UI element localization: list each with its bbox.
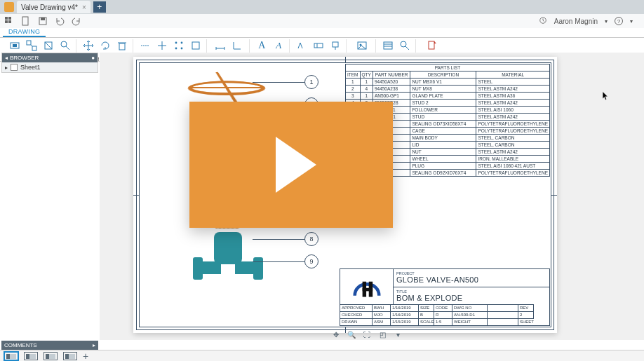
output-pdf-icon[interactable]: [426, 39, 438, 52]
redo-icon[interactable]: [72, 16, 81, 26]
table-row[interactable]: 2494450A238NUT MX8STEEL ASTM A242: [346, 86, 550, 93]
table-cell: GLAND PLATE: [410, 93, 476, 100]
balloon-1[interactable]: 1: [304, 75, 318, 89]
svg-line-12: [31, 45, 32, 46]
text-icon[interactable]: A: [255, 39, 268, 52]
edge-icon[interactable]: [189, 39, 202, 52]
quick-access-bar: Aaron Magnin ▾ ? ▾: [0, 14, 644, 28]
titleblock-cell: 1/15/2019: [391, 318, 419, 325]
title-block[interactable]: PROJECT GLOBE VALVE-AN500 TITLE BOM & EX…: [340, 268, 550, 326]
centerline-icon[interactable]: [139, 39, 152, 52]
svg-point-14: [61, 41, 67, 47]
table-cell: NUT MX8: [410, 86, 476, 93]
balloon-9[interactable]: 9: [304, 254, 318, 268]
comments-panel-header[interactable]: COMMENTS ▸: [1, 341, 98, 350]
projected-view-icon[interactable]: [25, 39, 38, 52]
window-tab-bar: Valve Drawing v4* × +: [0, 0, 644, 14]
table-cell: 94450A520: [373, 79, 410, 86]
table-cell: STEEL ASTM A242: [476, 100, 550, 107]
pan-icon[interactable]: ✥: [331, 331, 341, 339]
company-logo: [340, 269, 394, 304]
center-pattern-icon[interactable]: [173, 39, 185, 52]
sheet-thumb-2[interactable]: [24, 352, 38, 360]
table-cell: 1: [346, 79, 361, 86]
table-cell: STEEL, CARBON: [476, 135, 550, 142]
close-icon[interactable]: ×: [82, 4, 86, 11]
nav-settings-chevron-icon[interactable]: ▾: [393, 331, 403, 339]
base-view-icon[interactable]: [8, 39, 21, 52]
table-cell: WHEEL: [410, 156, 476, 163]
document-tab[interactable]: Valve Drawing v4* ×: [17, 1, 90, 13]
table-row[interactable]: 31AN500-GP1GLAND PLATESTEEL ASTM A36: [346, 93, 550, 100]
balloon-icon[interactable]: [398, 39, 411, 52]
tick-right: [551, 195, 557, 196]
svg-rect-45: [362, 288, 373, 292]
table-cell: IRON, MALLEABLE: [476, 156, 550, 163]
sheet-thumb-4[interactable]: [63, 352, 77, 360]
detail-view-icon[interactable]: [59, 39, 72, 52]
section-view-icon[interactable]: [42, 39, 55, 52]
expand-icon[interactable]: ▸: [5, 64, 8, 71]
balloon-8[interactable]: 8: [304, 232, 318, 246]
svg-point-23: [175, 48, 177, 50]
project-value: GLOBE VALVE-AN500: [396, 275, 546, 284]
sheet-thumb-3[interactable]: [43, 352, 58, 360]
titleblock-cell: [488, 304, 518, 311]
help-icon[interactable]: ?: [615, 17, 623, 25]
user-menu-chevron-icon[interactable]: ▾: [605, 18, 608, 25]
table-row[interactable]: 1194450A520NUT MBX6 V1STEEL: [346, 79, 550, 86]
svg-rect-6: [41, 18, 45, 20]
extensions-icon[interactable]: [539, 16, 547, 26]
table-cell: POLYTETRAFLUOROETHYLENE: [476, 128, 550, 135]
titleblock-cell: BWH: [373, 304, 391, 311]
feature-control-icon[interactable]: [312, 39, 325, 52]
browser-collapse-icon[interactable]: ◂: [5, 55, 8, 61]
svg-point-21: [175, 42, 177, 44]
table-cell: FOLLOWER: [410, 107, 476, 114]
surface-texture-icon[interactable]: [295, 39, 308, 52]
move-icon[interactable]: [82, 39, 95, 52]
document-tab-title: Valve Drawing v4*: [21, 4, 78, 11]
table-cell: 1: [360, 93, 373, 100]
comments-expand-icon[interactable]: ▸: [93, 342, 95, 348]
insert-image-icon[interactable]: [356, 39, 368, 52]
tab-drawing[interactable]: DRAWING: [3, 28, 46, 37]
parts-list-icon[interactable]: [382, 39, 394, 52]
ordinate-icon[interactable]: [231, 39, 243, 52]
svg-point-40: [401, 41, 406, 47]
browser-pin-icon[interactable]: ●: [91, 55, 95, 61]
fit-icon[interactable]: ⛶: [362, 331, 372, 339]
table-cell: STEEL AISI 1060: [476, 107, 550, 114]
help-menu-chevron-icon[interactable]: ▾: [630, 18, 633, 25]
titleblock-cell: WEIGHT: [452, 318, 488, 325]
table-cell: AN500-GP1: [373, 93, 410, 100]
browser-item-sheet1[interactable]: ▸ Sheet1: [2, 62, 98, 72]
data-panel-icon[interactable]: [4, 16, 14, 26]
titleblock-cell: [488, 311, 518, 318]
file-menu-icon[interactable]: [21, 16, 31, 26]
delete-icon[interactable]: [116, 39, 128, 52]
center-mark-icon[interactable]: [156, 39, 168, 52]
user-name[interactable]: Aaron Magnin: [554, 18, 598, 25]
zoom-icon[interactable]: 🔍: [347, 331, 356, 339]
sheet-thumb-1[interactable]: [4, 352, 18, 360]
titleblock-cell: SIZE: [419, 304, 434, 311]
undo-icon[interactable]: [55, 16, 65, 26]
add-sheet-button[interactable]: +: [83, 350, 88, 362]
svg-rect-31: [314, 43, 323, 48]
rotate-icon[interactable]: [99, 39, 112, 52]
titleblock-cell: B: [419, 311, 434, 318]
svg-rect-16: [119, 43, 125, 50]
titleblock-cell: REV: [518, 304, 534, 311]
nav-tools: ✥ 🔍 ⛶ ◰ ▾: [331, 331, 403, 339]
titleblock-cell: R: [434, 311, 452, 318]
video-play-overlay[interactable]: [189, 102, 393, 228]
play-icon: [276, 137, 316, 193]
datum-icon[interactable]: [329, 39, 342, 52]
titleblock-cell: CODE: [434, 304, 452, 311]
new-tab-button[interactable]: +: [93, 1, 106, 13]
zoom-window-icon[interactable]: ◰: [377, 331, 387, 339]
save-icon[interactable]: [38, 16, 48, 26]
leader-text-icon[interactable]: A: [272, 39, 285, 52]
dimension-icon[interactable]: [214, 39, 227, 52]
